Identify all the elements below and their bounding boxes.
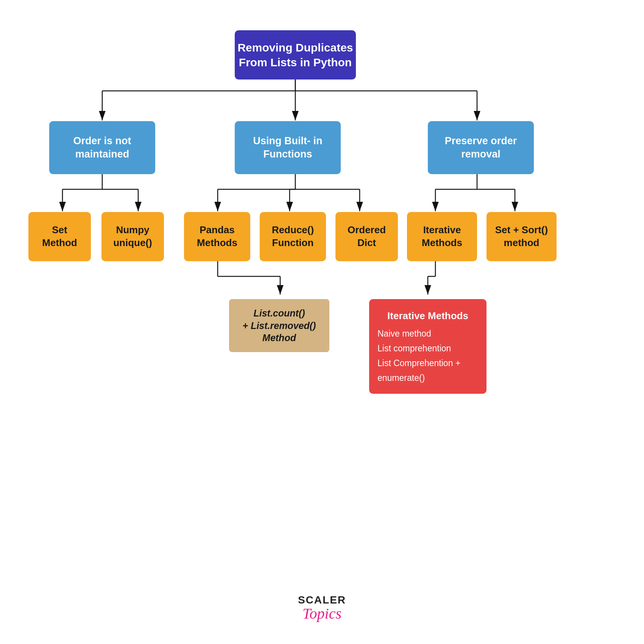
iterative-item-1: Naive method xyxy=(377,326,478,341)
set-label: SetMethod xyxy=(42,224,77,249)
reduce-function-node: Reduce()Function xyxy=(260,212,326,261)
iterative-methods-node: IterativeMethods xyxy=(407,212,477,261)
root-label: Removing Duplicates From Lists in Python xyxy=(235,40,356,70)
root-node: Removing Duplicates From Lists in Python xyxy=(235,30,356,80)
reduce-label: Reduce()Function xyxy=(272,224,314,249)
ordered-dict-node: OrderedDict xyxy=(335,212,398,261)
built-in-functions-node: Using Built- inFunctions xyxy=(235,121,341,174)
set-method-node: SetMethod xyxy=(28,212,91,261)
iterative-item-3: List Comprehention + xyxy=(377,356,478,371)
setsort-label: Set + Sort()method xyxy=(495,224,548,249)
iterative-label: IterativeMethods xyxy=(422,224,462,249)
pandas-methods-node: PandasMethods xyxy=(184,212,250,261)
iterative-detail-title: Iterative Methods xyxy=(377,307,478,324)
numpy-label: Numpyunique() xyxy=(113,224,152,249)
set-sort-node: Set + Sort()method xyxy=(487,212,557,261)
numpy-unique-node: Numpyunique() xyxy=(101,212,164,261)
logo-scaler: SCALER xyxy=(298,594,346,606)
logo-topics: Topics xyxy=(298,606,346,621)
iterative-item-4: enumerate() xyxy=(377,371,478,385)
preserve-label: Preserve orderremoval xyxy=(445,134,517,161)
order-label: Order is notmaintained xyxy=(73,134,131,161)
builtin-label: Using Built- inFunctions xyxy=(253,134,323,161)
iterative-detail-node: Iterative Methods Naive method List comp… xyxy=(369,299,487,394)
order-not-maintained-node: Order is notmaintained xyxy=(49,121,155,174)
preserve-order-node: Preserve orderremoval xyxy=(428,121,534,174)
logo-area: SCALER Topics xyxy=(298,594,346,621)
listcount-node: List.count()+ List.removed()Method xyxy=(229,299,329,352)
listcount-label: List.count()+ List.removed()Method xyxy=(243,307,316,344)
diagram-container: Removing Duplicates From Lists in Python… xyxy=(0,0,644,644)
iterative-item-2: List comprehention xyxy=(377,341,478,356)
ordered-label: OrderedDict xyxy=(348,224,386,249)
pandas-label: PandasMethods xyxy=(197,224,237,249)
